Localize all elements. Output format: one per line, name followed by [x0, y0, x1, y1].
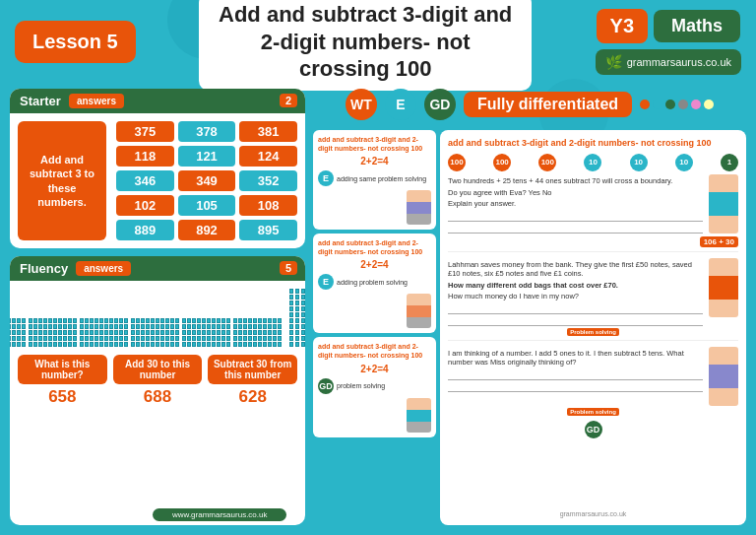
fluency-card-header: Fluency answers — [10, 256, 305, 281]
right-content: add and subtract 3-digit and 2-digit num… — [313, 130, 746, 525]
ws-figure-1 — [318, 190, 431, 225]
worksheet-column: add and subtract 3-digit and 2-digit num… — [313, 130, 436, 525]
problem-solving-badge-1: Problem solving — [567, 328, 619, 336]
ws-text-3: problem solving — [337, 382, 385, 389]
top-right: Y3 Maths 🌿 grammarsaurus.co.uk — [596, 9, 741, 75]
section2-answer-q: How much money do I have in my now? — [448, 292, 703, 301]
year-badge: Y3 — [597, 9, 648, 43]
ws-footer: grammarsaurus.co.uk — [448, 507, 738, 517]
ws-title-3: add and subtract 3-digit and 2-digit num… — [318, 342, 431, 360]
mws-section-2: Lahhman saves money from the bank. They … — [448, 258, 738, 341]
num-cell: 118 — [116, 146, 174, 167]
num-circle-100-2: 100 — [493, 154, 511, 171]
num-cell: 121 — [178, 146, 236, 167]
gd-badge-section3: GD — [585, 421, 602, 438]
ws-equation-3: 2+2=4 — [318, 364, 431, 374]
num-cell: 889 — [116, 220, 174, 240]
ws-figure-3 — [318, 398, 431, 433]
hundred-block — [233, 318, 282, 347]
answer-line-3 — [448, 302, 703, 314]
ws-text-1: adding same problem solving — [337, 175, 426, 182]
section3-figure — [709, 347, 738, 406]
num-circle-100-1: 100 — [448, 154, 466, 171]
ws-title-1: add and subtract 3-digit and 2-digit num… — [318, 135, 431, 153]
hundred-block — [131, 318, 179, 347]
table-row: 102 105 108 — [116, 195, 297, 216]
fluency-page-num: 5 — [280, 261, 297, 275]
hundred-block — [182, 318, 230, 347]
hundred-block — [80, 318, 128, 347]
ws-badge-row-2: E adding problem solving — [318, 272, 431, 292]
main-worksheet: add and subtract 3-digit and 2-digit num… — [440, 130, 746, 525]
starter-page-num: 2 — [280, 94, 297, 107]
num-cell: 124 — [239, 146, 297, 167]
num-cell: 378 — [178, 121, 236, 142]
starter-body: Add and subtract 3 to these numbers. 375… — [10, 113, 305, 248]
worksheet-card-1: add and subtract 3-digit and 2-digit num… — [313, 130, 436, 230]
grammarsaurus-badge: 🌿 grammarsaurus.co.uk — [596, 49, 741, 75]
wt-badge: WT — [346, 89, 377, 120]
lesson-badge: Lesson 5 — [15, 21, 136, 63]
gd-badge: GD — [424, 89, 456, 120]
num-circle-10-2: 10 — [630, 154, 648, 171]
ws-text-2: adding problem solving — [337, 279, 408, 286]
num-cell: 381 — [239, 121, 297, 142]
hundreds-group — [10, 318, 282, 347]
fully-diff-area: WT E GD Fully differentiated — [313, 89, 746, 120]
num-cell: 105 — [178, 195, 236, 216]
starter-instruction: Add and subtract 3 to these numbers. — [18, 121, 106, 240]
header: Lesson 5 Add and subtract 3-digit and 2-… — [0, 0, 756, 84]
starter-answers-btn[interactable]: answers — [69, 94, 124, 108]
answer-line-4 — [448, 314, 703, 326]
num-cell: 895 — [239, 220, 297, 240]
main-title: Add and subtract 3-digit and 2-digit num… — [199, 0, 532, 91]
table-row: 346 349 352 — [116, 170, 297, 191]
mws-section-1: Two hundreds + 25 tens + 44 ones subtrac… — [448, 174, 738, 252]
ten-block — [289, 289, 293, 347]
hundred-block — [29, 318, 77, 347]
num-circle-100-3: 100 — [538, 154, 556, 171]
num-cell: 108 — [239, 195, 297, 216]
num-circle-1: 1 — [721, 154, 738, 171]
section1-text: Two hundreds + 25 tens + 44 ones subtrac… — [448, 174, 703, 234]
worksheet-card-3: add and subtract 3-digit and 2-digit num… — [313, 337, 436, 436]
section2-text: Lahhman saves money from the bank. They … — [448, 258, 703, 326]
ws-figure-2 — [318, 294, 431, 328]
num-cell: 375 — [116, 121, 174, 142]
base-ten-row — [18, 289, 297, 347]
section1-yes-no: Do you agree with Eva? Yes No — [448, 188, 703, 197]
maths-badge: Maths — [654, 10, 740, 42]
num-cell: 346 — [116, 170, 174, 191]
section3-question: I am thinking of a number. I add 5 ones … — [448, 349, 703, 367]
fluency-label: Fluency — [20, 261, 68, 276]
mws-title: add and subtract 3-digit and 2-digit num… — [448, 138, 738, 150]
num-cell: 892 — [178, 220, 236, 240]
ws-badge-row-3: GD problem solving — [318, 376, 431, 396]
ten-block — [295, 289, 299, 347]
tens-group — [289, 289, 305, 347]
fluency-answers-btn[interactable]: answers — [76, 261, 131, 276]
num-cell: 349 — [178, 170, 236, 191]
add-answer: 688 — [144, 387, 171, 407]
answer-line-2 — [448, 222, 703, 234]
e-badge-ws1: E — [318, 170, 334, 186]
ten-block — [301, 289, 305, 347]
table-row: 889 892 895 — [116, 220, 297, 240]
title-area: Add and subtract 3-digit and 2-digit num… — [136, 0, 596, 91]
gd-badge-ws3: GD — [318, 378, 334, 394]
e-badge-ws2: E — [318, 274, 334, 290]
worksheet-card-2: add and subtract 3-digit and 2-digit num… — [313, 234, 436, 333]
section1-question: Two hundreds + 25 tens + 44 ones subtrac… — [448, 176, 703, 185]
section3-content: I am thinking of a number. I add 5 ones … — [448, 347, 738, 406]
answer-line-1 — [448, 210, 703, 222]
section1-explain: Explain your answer. — [448, 199, 703, 208]
section1-content: Two hundreds + 25 tens + 44 ones subtrac… — [448, 174, 738, 234]
color-dots — [640, 100, 714, 109]
section2-sub: How many different odd bags that cost ov… — [448, 281, 703, 290]
hundred-block — [10, 318, 26, 347]
subtract-answer: 628 — [238, 387, 266, 407]
answer-line-5 — [448, 368, 703, 380]
fluency-body: What is this number? 658 Add 30 to this … — [10, 281, 305, 415]
ws-equation-2: 2+2=4 — [318, 259, 431, 270]
section3-badges: Problem solving — [448, 408, 738, 416]
